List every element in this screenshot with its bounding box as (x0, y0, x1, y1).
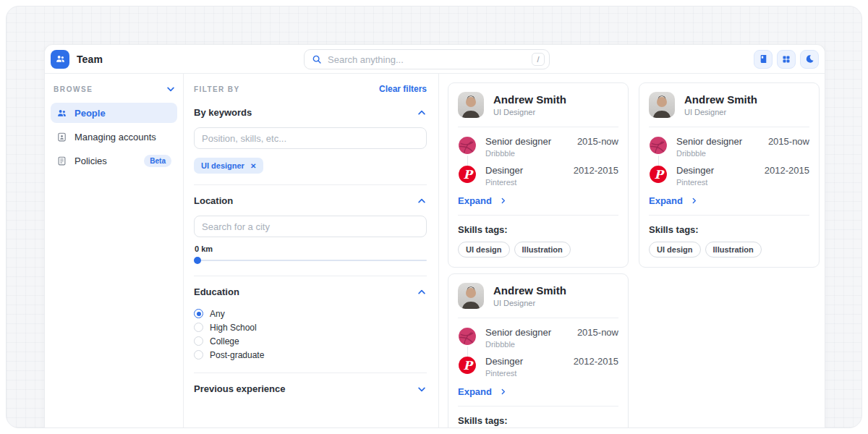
education-radio-post-graduate[interactable]: Post-graduate (194, 348, 427, 362)
position-title: Desinger (485, 356, 565, 367)
skills-chips: UI design Illustration (649, 242, 809, 258)
radio[interactable] (194, 336, 203, 346)
sidebar-item-managing-accounts[interactable]: Managing accounts (51, 127, 177, 147)
beta-badge: Beta (144, 155, 171, 167)
chevron-down-icon (417, 384, 427, 394)
experience-timeline: Senior designer Dribbble 2015-now P Desi… (458, 136, 618, 187)
person-role: UI Designer (684, 108, 757, 116)
keyword-tag-ui-designer[interactable]: UI designer ✕ (194, 158, 263, 174)
distance-value-label: 0 km (195, 244, 427, 253)
previous-experience-title: Previous experience (194, 383, 285, 394)
card-divider (649, 127, 809, 127)
section-divider (194, 373, 427, 373)
clear-filters-link[interactable]: Clear filters (379, 84, 427, 94)
expand-link[interactable]: Expand (458, 386, 618, 397)
slider-track (194, 260, 427, 261)
policies-doc-icon (56, 156, 67, 166)
radio[interactable] (194, 350, 203, 359)
education-section-title: Education (194, 286, 239, 297)
avatar (649, 92, 675, 118)
chevron-right-icon (499, 388, 507, 396)
dribbble-icon (458, 327, 477, 346)
person-name: Andrew Smith (493, 284, 566, 297)
experience-row-dribbble: Senior designer Dribbble 2015-now (458, 136, 618, 158)
expand-label: Expand (649, 195, 683, 206)
chevron-down-icon (166, 84, 176, 94)
avatar (458, 283, 484, 309)
slider-thumb[interactable] (194, 257, 201, 264)
previous-experience-section-header[interactable]: Previous experience (194, 383, 427, 394)
search-input[interactable]: Search anything... / (304, 49, 550, 69)
keywords-section-header[interactable]: By keywords (194, 107, 427, 118)
filter-panel-title: FILTER BY (194, 85, 240, 93)
skills-chips: UI design Illustration (458, 242, 618, 258)
grid-button[interactable] (777, 50, 796, 69)
book-icon (759, 54, 768, 64)
skills-label: Skills tags: (649, 224, 809, 235)
search-shortcut-key: / (532, 53, 545, 66)
position-period: 2015-now (577, 136, 618, 147)
position-company: Dribbble (485, 149, 569, 158)
position-company: Dribbble (676, 149, 760, 158)
chevron-up-icon (417, 196, 427, 206)
experience-row-pinterest: P Desinger Pinterest 2012-2015 (458, 356, 618, 378)
chevron-up-icon (417, 108, 427, 118)
sidebar: BROWSE People Managing accounts (45, 74, 184, 428)
city-search-input[interactable] (194, 216, 427, 237)
position-title: Senior designer (676, 136, 760, 147)
sidebar-item-label: Managing accounts (75, 132, 156, 142)
education-radio-any[interactable]: Any (194, 307, 427, 320)
id-badge-icon (56, 132, 67, 142)
location-section-header[interactable]: Location (194, 195, 427, 206)
card-divider (649, 215, 809, 216)
position-title: Desinger (485, 165, 565, 176)
education-radio-college[interactable]: College (194, 334, 427, 348)
card-divider (458, 406, 618, 407)
desktop-background: Team Search anything... / (6, 6, 862, 428)
expand-link[interactable]: Expand (649, 195, 809, 206)
sidebar-section-header[interactable]: BROWSE (51, 84, 177, 94)
experience-timeline: Senior designer Dribbble 2015-now P Desi… (458, 327, 618, 378)
dark-mode-button[interactable] (800, 50, 819, 69)
sidebar-item-label: People (75, 108, 106, 119)
position-period: 2015-now (768, 136, 809, 147)
expand-label: Expand (458, 195, 492, 206)
chevron-right-icon (690, 197, 698, 205)
book-button[interactable] (754, 50, 773, 69)
education-section-header[interactable]: Education (194, 286, 427, 297)
keywords-input[interactable] (194, 127, 427, 149)
close-icon[interactable]: ✕ (250, 162, 256, 170)
chevron-right-icon (499, 197, 507, 205)
position-title: Desinger (676, 165, 756, 176)
radio[interactable] (194, 323, 203, 332)
experience-row-dribbble: Senior designer Dribbble 2015-now (458, 327, 618, 349)
expand-link[interactable]: Expand (458, 195, 618, 206)
position-period: 2012-2015 (574, 356, 618, 367)
card-divider (458, 127, 618, 127)
pinterest-icon: P (458, 356, 477, 375)
sidebar-item-people[interactable]: People (51, 103, 177, 123)
filter-panel: FILTER BY Clear filters By keywords UI d… (184, 74, 439, 428)
distance-slider[interactable] (194, 256, 427, 265)
person-card: Andrew Smith UI Designer Senior designer… (448, 273, 629, 428)
person-role: UI Designer (493, 108, 566, 116)
moon-icon (805, 54, 814, 64)
position-title: Senior designer (485, 136, 569, 147)
radio-selected[interactable] (194, 309, 203, 318)
location-section-title: Location (194, 195, 233, 206)
card-divider (458, 215, 618, 216)
chevron-up-icon (417, 287, 427, 297)
dribbble-icon (458, 136, 477, 155)
person-card: Andrew Smith UI Designer Senior designer… (448, 82, 629, 268)
search-icon (312, 54, 322, 64)
position-company: Pinterest (485, 178, 565, 187)
keywords-section-title: By keywords (194, 107, 252, 118)
sidebar-item-policies[interactable]: Policies Beta (51, 150, 177, 171)
app-window: Team Search anything... / (44, 44, 825, 428)
person-role: UI Designer (493, 299, 566, 307)
team-people-icon (51, 50, 69, 69)
education-radio-high-school[interactable]: High School (194, 320, 427, 334)
position-period: 2015-now (577, 327, 618, 338)
skills-label: Skills tags: (458, 224, 618, 235)
pinterest-icon: P (649, 165, 668, 184)
